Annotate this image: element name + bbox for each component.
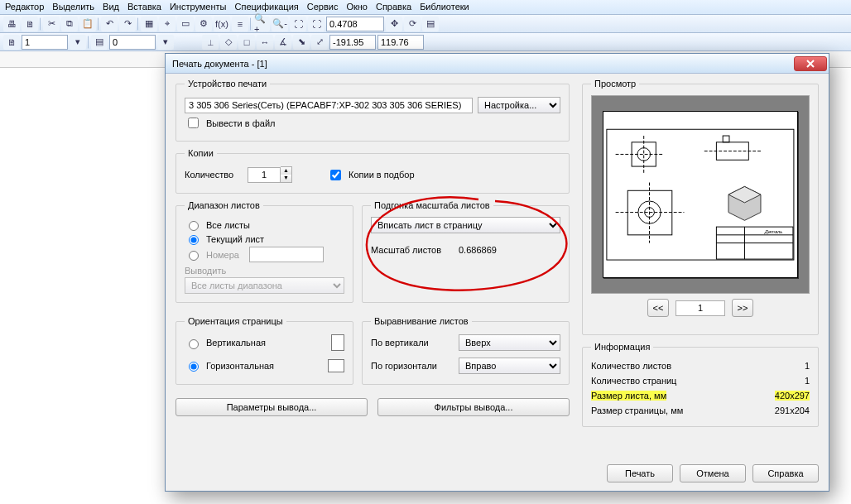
coord-y-input[interactable] [377,35,424,50]
layers-icon[interactable]: ▤ [91,35,108,50]
menubar[interactable]: Редактор Выделить Вид Вставка Инструмент… [0,0,851,15]
orient-h-label: Горизонтальная [206,361,274,371]
info-group: Информация Количество листов1 Количество… [582,342,819,427]
print-button[interactable]: Печать [607,464,673,482]
menu-view[interactable]: Вид [103,2,119,12]
output-to-file-checkbox[interactable] [188,118,199,128]
svg-point-2 [637,147,651,161]
device-group: Устройство печати Настройка... Вывести в… [175,79,570,142]
close-button[interactable] [794,56,827,71]
menu-help[interactable]: Справка [376,2,411,12]
vars-icon[interactable]: ≡ [232,17,248,31]
spin-up-icon[interactable]: ▲ [281,167,291,175]
ortho-icon[interactable]: ⟂ [202,35,219,50]
coord-x-input[interactable] [329,35,376,50]
preview-area: Деталь [591,95,810,294]
zoom-all-icon[interactable]: ⛶ [308,17,325,31]
range-all-label: Все листы [206,220,250,230]
separator [98,17,99,31]
next-page-button[interactable]: >> [732,299,753,317]
osnap-icon[interactable]: □ [238,35,255,50]
qty-input[interactable] [248,167,281,183]
titlebar[interactable]: Печать документа - [1] [166,54,829,74]
settings-button[interactable]: Настройка... [478,97,560,113]
print-dialog: Печать документа - [1] Устройство печати… [165,53,829,492]
qty-label: Количество [185,170,243,180]
fx-icon[interactable]: f(x) [214,17,230,31]
fit-select[interactable]: Вписать лист в страницу [371,217,560,233]
range-current-radio[interactable] [189,235,199,245]
align-h-label: По горизонтали [371,361,454,371]
dropdown-icon[interactable]: ▾ [157,35,174,50]
separator [88,36,89,49]
scroll-icon[interactable]: ▤ [422,17,439,31]
page-number-input[interactable] [676,300,725,316]
doc-icon[interactable]: 🗎 [3,35,20,50]
range-group-label: Диапазон листов [185,200,263,210]
orient-h-radio[interactable] [189,362,199,372]
svg-text:Деталь: Деталь [764,229,783,234]
cs-icon[interactable]: ⬊ [293,35,310,50]
toolbar-2: 🗎 ▾ ▤ ▾ ⟂ ◇ □ ↔ ∡ ⬊ ⤢ [0,33,851,51]
dim-icon[interactable]: ↔ [257,35,273,50]
svg-rect-0 [607,129,794,260]
zoom-value-input[interactable] [326,17,384,31]
output-select[interactable]: Все листы диапазона [185,277,344,294]
page-input[interactable] [22,35,68,50]
paste-icon[interactable]: 📋 [79,17,96,31]
range-current-label: Текущий лист [206,234,264,244]
align-v-label: По вертикали [371,338,454,348]
grid-icon[interactable]: ▦ [141,17,157,31]
ucs-icon[interactable]: ⤢ [311,35,328,50]
redo-icon[interactable]: ↷ [119,17,136,31]
output-label: Выводить [185,266,344,276]
collate-checkbox[interactable] [330,170,341,180]
filters-button[interactable]: Фильтры вывода... [377,398,570,416]
zoom-fit-icon[interactable]: ⛶ [290,17,306,31]
menu-spec[interactable]: Спецификация [235,2,299,12]
align-v-select[interactable]: Вверх [459,334,560,351]
copies-group-label: Копии [185,148,217,158]
menu-insert[interactable]: Вставка [127,2,161,12]
menu-service[interactable]: Сервис [307,2,339,12]
cancel-button[interactable]: Отмена [680,464,746,482]
layer-icon[interactable]: ▭ [177,17,194,31]
fit-scale-label: Масштаб листов [371,245,454,255]
info-row: Размер страницы, мм291x204 [591,403,810,418]
toolbar-1: 🖶 🗎 ✂ ⧉ 📋 ↶ ↷ ▦ ⌖ ▭ ⚙ f(x) ≡ 🔍+ 🔍- ⛶ ⛶ ✥… [0,15,851,33]
undo-icon[interactable]: ↶ [101,17,118,31]
ang-icon[interactable]: ∡ [275,35,291,50]
menu-select[interactable]: Выделить [52,2,94,12]
preview-icon[interactable]: 🗎 [22,17,38,31]
copy-icon[interactable]: ⧉ [61,17,78,31]
refresh-icon[interactable]: ⟳ [404,17,421,31]
range-numbers-radio[interactable] [189,251,199,261]
separator [40,17,41,31]
separator [250,17,252,31]
zoom-in-icon[interactable]: 🔍+ [253,17,270,31]
layer-input[interactable] [109,35,156,50]
params-button[interactable]: Параметры вывода... [175,398,368,416]
spin-down-icon[interactable]: ▼ [281,175,291,182]
menu-libraries[interactable]: Библиотеки [420,2,469,12]
fit-group: Подгонка масштаба листов Вписать лист в … [362,200,570,303]
help-button[interactable]: Справка [752,464,819,482]
orientation-group-label: Ориентация страницы [185,316,286,326]
prev-page-button[interactable]: << [647,299,669,317]
tool-icon[interactable]: ⚙ [195,17,212,31]
menu-tools[interactable]: Инструменты [170,2,227,12]
pan-icon[interactable]: ✥ [386,17,402,31]
orient-v-radio[interactable] [189,339,199,349]
range-all-radio[interactable] [189,221,199,231]
range-numbers-input[interactable] [249,247,324,262]
zoom-out-icon[interactable]: 🔍- [272,17,288,31]
device-name-field[interactable] [185,98,473,113]
snap-icon[interactable]: ⌖ [159,17,175,31]
snap2-icon[interactable]: ◇ [220,35,237,50]
cut-icon[interactable]: ✂ [43,17,60,31]
align-h-select[interactable]: Вправо [459,358,560,374]
menu-editor[interactable]: Редактор [5,2,44,12]
print-icon[interactable]: 🖶 [3,17,20,31]
menu-window[interactable]: Окно [346,2,368,12]
dropdown-icon[interactable]: ▾ [70,35,86,50]
